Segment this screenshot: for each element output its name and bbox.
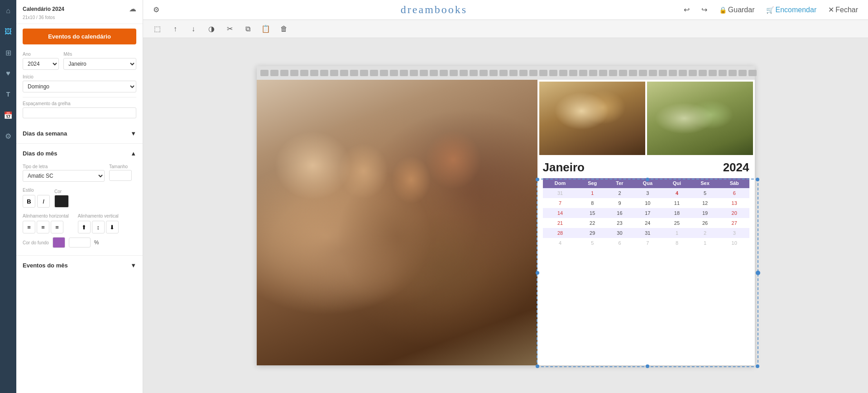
calendar-day-cell[interactable]: 25: [663, 218, 691, 228]
month-events-section-header[interactable]: Eventos do mês ▼: [16, 257, 143, 273]
order-button[interactable]: 🛒 Encomendar: [763, 4, 819, 16]
align-center-button[interactable]: ≡: [37, 221, 49, 233]
calendar-day-cell[interactable]: 3: [719, 228, 749, 238]
monthdays-section-header[interactable]: Dias do mês ▲: [16, 146, 143, 161]
size-input[interactable]: 10: [109, 170, 132, 181]
calendar-day-cell[interactable]: 15: [578, 208, 607, 218]
calendar-day-cell[interactable]: 8: [578, 198, 607, 208]
icon-bar: ⌂ 🖼 ⊞ ♥ T 📅 ⚙: [0, 0, 16, 393]
film-hole: [579, 70, 587, 76]
calendar-day-cell[interactable]: 22: [578, 218, 607, 228]
calendar-day-cell[interactable]: 21: [543, 218, 578, 228]
delete-tool-button[interactable]: 🗑: [277, 22, 291, 36]
calendar-day-cell[interactable]: 20: [719, 208, 749, 218]
film-hole: [440, 70, 448, 76]
calendar-day-cell[interactable]: 6: [719, 188, 749, 198]
calendar-day-cell[interactable]: 14: [543, 208, 578, 218]
calendar-day-cell[interactable]: 13: [719, 198, 749, 208]
close-button[interactable]: ✕ Fechar: [825, 4, 861, 16]
redo-button[interactable]: ↪: [699, 4, 710, 16]
calendar-week-row: 45678110: [543, 238, 749, 248]
undo-button[interactable]: ↩: [681, 4, 692, 16]
month-label: Mês: [63, 52, 136, 57]
calendar-day-cell[interactable]: 2: [607, 188, 632, 198]
halign-label: Alinhamento horizontal: [23, 213, 69, 218]
calendar-icon[interactable]: 📅: [2, 109, 14, 121]
valign-top-button[interactable]: ⬆: [78, 221, 91, 233]
crop-tool-button[interactable]: ⬚: [150, 22, 164, 36]
opacity-input[interactable]: 30: [69, 238, 91, 247]
calendar-day-cell[interactable]: 1: [578, 188, 607, 198]
calendar-day-cell[interactable]: 7: [543, 198, 578, 208]
sidebar-title: Calendário 2024: [23, 6, 64, 12]
calendar-day-cell[interactable]: 5: [691, 188, 719, 198]
calendar-day-cell[interactable]: 4: [543, 238, 578, 248]
calendar-day-cell[interactable]: 8: [663, 238, 691, 248]
calendar-day-cell[interactable]: 23: [607, 218, 632, 228]
align-left-button[interactable]: ≡: [23, 221, 35, 233]
copy-tool-button[interactable]: ⧉: [241, 22, 254, 36]
film-hole: [589, 70, 597, 76]
calendar-day-cell[interactable]: 31: [632, 228, 663, 238]
calendar-day-cell[interactable]: 29: [578, 228, 607, 238]
calendar-day-cell[interactable]: 11: [663, 198, 691, 208]
calendar-day-cell[interactable]: 9: [607, 198, 632, 208]
home-icon[interactable]: ⌂: [2, 5, 14, 17]
upload-icon[interactable]: ☁: [129, 5, 136, 13]
calendar-day-cell[interactable]: 5: [578, 238, 607, 248]
calendar-day-cell[interactable]: 18: [663, 208, 691, 218]
calendar-day-cell[interactable]: 31: [543, 188, 578, 198]
calendar-day-cell[interactable]: 30: [607, 228, 632, 238]
calendar-day-cell[interactable]: 7: [632, 238, 663, 248]
bgcolor-swatch[interactable]: [53, 237, 65, 248]
right-photo-2[interactable]: [647, 82, 753, 155]
calendar-day-cell[interactable]: 24: [632, 218, 663, 228]
calendar-day-cell[interactable]: 10: [632, 198, 663, 208]
layouts-icon[interactable]: ⊞: [2, 46, 14, 59]
start-label: Início: [23, 74, 136, 79]
text-icon[interactable]: T: [2, 88, 14, 101]
contrast-tool-button[interactable]: ◑: [205, 22, 218, 36]
italic-button[interactable]: I: [37, 195, 50, 208]
grid-spacing-input[interactable]: 1: [23, 107, 136, 118]
color-swatch[interactable]: [54, 195, 69, 208]
calendar-week-row: 31123456: [543, 188, 749, 198]
year-select[interactable]: 2024: [23, 58, 59, 70]
font-label: Tipo de letra: [23, 164, 105, 169]
move-down-tool-button[interactable]: ↓: [187, 22, 200, 36]
start-select[interactable]: Domingo: [23, 81, 136, 92]
right-photo-1[interactable]: [539, 82, 645, 155]
calendar-day-cell[interactable]: 17: [632, 208, 663, 218]
month-select[interactable]: Janeiro: [63, 58, 136, 70]
calendar-day-cell[interactable]: 16: [607, 208, 632, 218]
calendar-day-cell[interactable]: 28: [543, 228, 578, 238]
cut-tool-button[interactable]: ✂: [223, 22, 236, 36]
favorites-icon[interactable]: ♥: [2, 67, 14, 80]
save-button[interactable]: 🔒 Guardar: [716, 4, 758, 16]
bold-button[interactable]: B: [23, 195, 35, 208]
calendar-day-cell[interactable]: 6: [607, 238, 632, 248]
calendar-day-cell[interactable]: 1: [691, 238, 719, 248]
calendar-day-cell[interactable]: 10: [719, 238, 749, 248]
settings-gear-button[interactable]: ⚙: [150, 4, 162, 16]
calendar-day-cell[interactable]: 1: [663, 228, 691, 238]
valign-middle-button[interactable]: ↕: [92, 221, 105, 233]
settings-icon[interactable]: ⚙: [2, 130, 14, 142]
calendar-day-cell[interactable]: 3: [632, 188, 663, 198]
calendar-events-button[interactable]: Eventos do calendário: [23, 29, 136, 44]
photos-icon[interactable]: 🖼: [2, 25, 14, 38]
calendar-year: 2024: [723, 160, 749, 175]
calendar-day-cell[interactable]: 12: [691, 198, 719, 208]
calendar-day-cell[interactable]: 27: [719, 218, 749, 228]
align-right-button[interactable]: ≡: [51, 221, 63, 233]
font-select[interactable]: Amatic SC: [23, 170, 105, 182]
valign-bottom-button[interactable]: ⬇: [106, 221, 119, 233]
paste-tool-button[interactable]: 📋: [259, 22, 273, 36]
calendar-day-cell[interactable]: 4: [663, 188, 691, 198]
calendar-day-cell[interactable]: 19: [691, 208, 719, 218]
move-up-tool-button[interactable]: ↑: [168, 22, 182, 36]
calendar-day-cell[interactable]: 26: [691, 218, 719, 228]
main-photo-left[interactable]: [257, 80, 537, 365]
calendar-day-cell[interactable]: 2: [691, 228, 719, 238]
weekdays-section-header[interactable]: Dias da semana ▼: [16, 126, 143, 141]
